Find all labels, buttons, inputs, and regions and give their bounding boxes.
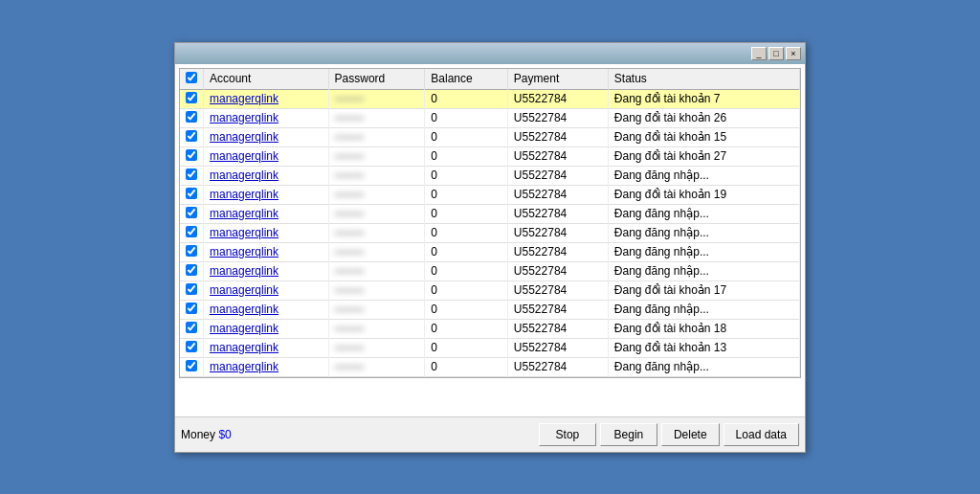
row-password: •••••••• <box>328 127 425 146</box>
password-value: •••••••• <box>335 342 365 353</box>
row-status: Đang đổi tài khoản 17 <box>608 281 799 300</box>
header-checkbox[interactable] <box>186 72 197 83</box>
row-checkbox[interactable] <box>186 245 197 257</box>
row-status: Đang đổi tài khoản 18 <box>608 319 799 338</box>
row-checkbox[interactable] <box>186 168 197 180</box>
money-value: $0 <box>218 428 231 441</box>
row-payment: U5522784 <box>507 357 608 376</box>
table-row: managerqlink •••••••• 0 U5522784 Đang đổ… <box>180 146 800 166</box>
row-check-cell <box>180 261 204 281</box>
row-status: Đang đổi tài khoản 26 <box>608 108 799 127</box>
table-row: managerqlink •••••••• 0 U5522784 Đang đổ… <box>180 108 800 127</box>
password-value: •••••••• <box>335 227 365 238</box>
account-link[interactable]: managerqlink <box>210 341 278 354</box>
account-link[interactable]: managerqlink <box>210 360 278 373</box>
stop-button[interactable]: Stop <box>539 423 596 446</box>
account-link[interactable]: managerqlink <box>210 226 278 239</box>
row-checkbox[interactable] <box>186 92 197 103</box>
account-link[interactable]: managerqlink <box>210 283 278 297</box>
row-checkbox[interactable] <box>186 303 197 314</box>
password-value: •••••••• <box>335 93 365 104</box>
row-checkbox[interactable] <box>186 207 197 218</box>
row-balance: 0 <box>425 223 508 242</box>
row-account: managerqlink <box>204 300 329 319</box>
title-bar-controls: _ □ × <box>751 47 801 60</box>
row-account: managerqlink <box>204 204 329 223</box>
begin-button[interactable]: Begin <box>600 423 657 446</box>
row-payment: U5522784 <box>507 281 608 300</box>
row-password: •••••••• <box>328 146 425 166</box>
minimize-button[interactable]: _ <box>751 47 767 60</box>
account-link[interactable]: managerqlink <box>210 130 278 144</box>
password-value: •••••••• <box>335 246 365 258</box>
password-value: •••••••• <box>335 189 365 200</box>
row-checkbox[interactable] <box>186 226 197 237</box>
table-body: managerqlink •••••••• 0 U5522784 Đang đổ… <box>180 89 800 376</box>
account-link[interactable]: managerqlink <box>210 303 278 316</box>
row-password: •••••••• <box>328 223 425 242</box>
row-checkbox[interactable] <box>186 322 197 333</box>
row-account: managerqlink <box>204 261 329 281</box>
row-status: Đang đổi tài khoản 7 <box>608 89 799 108</box>
close-button[interactable]: × <box>786 47 801 60</box>
row-checkbox[interactable] <box>186 341 197 352</box>
header-password: Password <box>328 69 425 90</box>
row-checkbox[interactable] <box>186 360 197 371</box>
load-data-button[interactable]: Load data <box>724 423 799 446</box>
password-value: •••••••• <box>335 208 365 219</box>
password-value: •••••••• <box>335 131 365 143</box>
row-status: Đang đổi tài khoản 15 <box>608 127 799 146</box>
account-link[interactable]: managerqlink <box>210 92 278 105</box>
row-balance: 0 <box>425 127 508 146</box>
table-row: managerqlink •••••••• 0 U5522784 Đang đổ… <box>180 319 800 338</box>
account-link[interactable]: managerqlink <box>210 149 278 163</box>
table-row: managerqlink •••••••• 0 U5522784 Đang đă… <box>180 223 800 242</box>
account-link[interactable]: managerqlink <box>210 207 278 220</box>
row-balance: 0 <box>425 89 508 108</box>
account-link[interactable]: managerqlink <box>210 245 278 258</box>
row-check-cell <box>180 319 204 338</box>
row-check-cell <box>180 185 204 204</box>
table-header: Account Password Balance Payment Status <box>180 69 800 90</box>
account-link[interactable]: managerqlink <box>210 188 278 201</box>
row-balance: 0 <box>425 242 508 261</box>
row-account: managerqlink <box>204 357 329 376</box>
account-link[interactable]: managerqlink <box>210 264 278 278</box>
delete-button[interactable]: Delete <box>661 423 720 446</box>
row-check-cell <box>180 89 204 108</box>
row-balance: 0 <box>425 108 508 127</box>
maximize-button[interactable]: □ <box>768 47 784 60</box>
password-value: •••••••• <box>335 169 365 181</box>
row-check-cell <box>180 166 204 185</box>
row-checkbox[interactable] <box>186 283 197 295</box>
row-checkbox[interactable] <box>186 188 197 199</box>
table-row: managerqlink •••••••• 0 U5522784 Đang đă… <box>180 242 800 261</box>
row-checkbox[interactable] <box>186 264 197 276</box>
row-check-cell <box>180 108 204 127</box>
row-checkbox[interactable] <box>186 111 197 123</box>
row-balance: 0 <box>425 357 508 376</box>
account-link[interactable]: managerqlink <box>210 168 278 182</box>
money-label: Money <box>181 428 215 441</box>
row-payment: U5522784 <box>507 261 608 281</box>
row-balance: 0 <box>425 338 508 357</box>
row-status: Đang đăng nhập... <box>608 204 799 223</box>
row-checkbox[interactable] <box>186 149 197 161</box>
table-row: managerqlink •••••••• 0 U5522784 Đang đổ… <box>180 89 800 108</box>
account-link[interactable]: managerqlink <box>210 111 278 124</box>
table-row: managerqlink •••••••• 0 U5522784 Đang đă… <box>180 300 800 319</box>
table-row: managerqlink •••••••• 0 U5522784 Đang đổ… <box>180 185 800 204</box>
row-check-cell <box>180 300 204 319</box>
table-row: managerqlink •••••••• 0 U5522784 Đang đă… <box>180 261 800 281</box>
account-link[interactable]: managerqlink <box>210 322 278 335</box>
row-payment: U5522784 <box>507 166 608 185</box>
row-balance: 0 <box>425 204 508 223</box>
row-check-cell <box>180 242 204 261</box>
password-value: •••••••• <box>335 323 365 334</box>
row-check-cell <box>180 146 204 166</box>
row-check-cell <box>180 338 204 357</box>
money-info: Money $0 <box>181 428 232 441</box>
row-checkbox[interactable] <box>186 130 197 142</box>
row-payment: U5522784 <box>507 223 608 242</box>
row-account: managerqlink <box>204 319 329 338</box>
